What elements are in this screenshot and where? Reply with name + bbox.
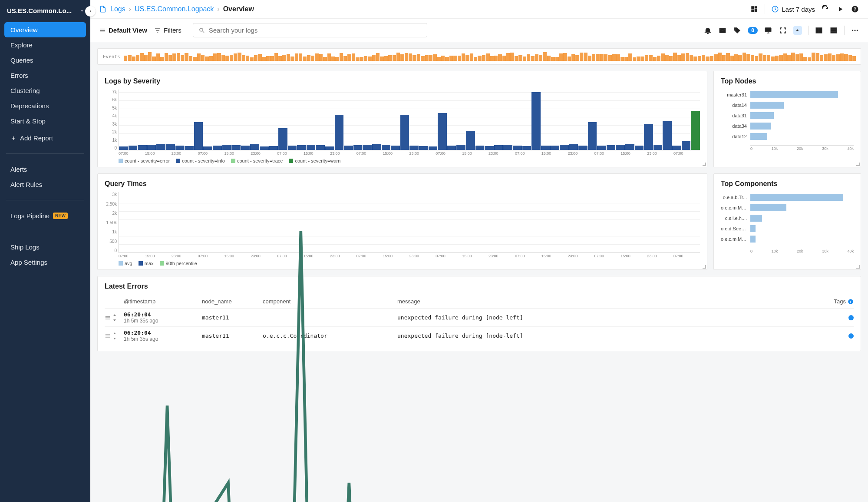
view-selector[interactable]: Default View: [99, 27, 147, 34]
search-icon: [198, 27, 205, 34]
new-badge: NEW: [53, 213, 68, 219]
sidebar-title: US.ES.Common.Lo...: [7, 7, 76, 14]
main-content: Logs › US.ES.Common.Logpack › Overview L…: [90, 0, 868, 502]
hbar-row[interactable]: master31: [721, 91, 854, 98]
mail-button[interactable]: [718, 26, 727, 35]
hbar-row[interactable]: data14: [721, 102, 854, 109]
nav-clustering[interactable]: Clustering: [4, 83, 86, 98]
chart-xaxis: 07:0015:0023:0007:0015:0023:0007:0015:00…: [119, 151, 700, 156]
nav-errors[interactable]: Errors: [4, 68, 86, 83]
clock-icon: [771, 5, 779, 13]
hbar-row[interactable]: data12: [721, 133, 854, 140]
bar-chart-icon: [796, 27, 799, 34]
fullscreen-button[interactable]: [779, 26, 787, 35]
hbar-row[interactable]: c.s.l.e.h....: [721, 215, 854, 222]
nav-ship-logs[interactable]: Ship Logs: [4, 239, 86, 255]
panel-title: Top Components: [721, 180, 854, 188]
nav-alert-rules[interactable]: Alert Rules: [4, 177, 86, 192]
breadcrumb-current: Overview: [223, 5, 254, 13]
nav-add-report[interactable]: Add Report: [4, 130, 86, 146]
play-button[interactable]: [836, 5, 845, 13]
chart-yaxis: 3k2.50k2k1.50k1k5000: [105, 192, 119, 253]
bell-button[interactable]: [703, 26, 712, 35]
legend-item[interactable]: count - severity=warn: [289, 158, 340, 163]
tag-dot[interactable]: [848, 315, 854, 320]
legend-item[interactable]: count - severity=info: [176, 158, 225, 163]
line-series: [119, 192, 700, 502]
dashboard-icon-button[interactable]: [750, 5, 759, 13]
content-area: Events Logs by Severity 7k6k5k4k3k2k1k0 …: [90, 42, 868, 502]
time-range-selector[interactable]: Last 7 days: [771, 5, 815, 13]
expand-icon[interactable]: [112, 332, 117, 339]
resize-handle[interactable]: [856, 265, 860, 269]
resize-handle[interactable]: [856, 163, 860, 166]
sidebar-app-selector[interactable]: US.ES.Common.Lo...: [0, 3, 90, 20]
chart-plot[interactable]: [119, 192, 700, 253]
hbar-row[interactable]: o.e.c.m.Me...: [721, 204, 854, 211]
dashboard-icon: [750, 5, 758, 13]
play-icon: [836, 5, 844, 13]
menu-icon[interactable]: [105, 333, 111, 339]
chart-legend: count - severity=errorcount - severity=i…: [119, 158, 700, 163]
nav-explore[interactable]: Explore: [4, 37, 86, 53]
resize-handle[interactable]: [703, 265, 706, 269]
nav-overview[interactable]: Overview: [4, 22, 86, 37]
hbar-row[interactable]: o.e.a.b.Tr...: [721, 194, 854, 201]
hbar-chart[interactable]: master31data14data31data34data12: [721, 90, 854, 145]
hbar-row[interactable]: o.e.c.m.Me...: [721, 236, 854, 243]
filters-button[interactable]: Filters: [154, 27, 182, 34]
legend-item[interactable]: count - severity=error: [119, 158, 170, 163]
legend-item[interactable]: count - severity=trace: [231, 158, 283, 163]
hbar-chart[interactable]: o.e.a.b.Tr...o.e.c.m.Me...c.s.l.e.h....o…: [721, 192, 854, 248]
menu-icon[interactable]: [105, 315, 111, 321]
tag-button[interactable]: [733, 26, 742, 35]
info-icon[interactable]: i: [848, 299, 854, 305]
refresh-button[interactable]: [821, 5, 830, 13]
resize-handle[interactable]: [703, 163, 706, 166]
sidebar-collapse-button[interactable]: [85, 6, 96, 17]
hbar-row[interactable]: o.e.d.Seed...: [721, 225, 854, 232]
alerts-nav: Alerts Alert Rules: [0, 159, 90, 195]
expand-icon[interactable]: [112, 314, 117, 321]
split-view-button[interactable]: [815, 26, 823, 35]
screen-icon: [764, 27, 772, 34]
panel-title: Top Nodes: [721, 77, 854, 85]
nav-alerts[interactable]: Alerts: [4, 162, 86, 177]
sidebar: US.ES.Common.Lo... Overview Explore Quer…: [0, 0, 90, 502]
breadcrumb: Logs › US.ES.Common.Logpack › Overview: [99, 5, 254, 13]
toolbar: Default View Filters 0: [90, 19, 868, 42]
table-icon: [830, 27, 838, 34]
screen-button[interactable]: [764, 26, 772, 35]
help-icon: ?: [851, 5, 859, 13]
table-view-button[interactable]: [829, 26, 838, 35]
chart-xaxis: 010k20k30k40k: [750, 145, 854, 151]
nav-app-settings[interactable]: App Settings: [4, 255, 86, 270]
fullscreen-icon: [779, 27, 787, 34]
events-strip[interactable]: Events: [97, 48, 861, 65]
panel-top-nodes: Top Nodes master31data14data31data34data…: [713, 71, 861, 167]
search-input[interactable]: [209, 27, 422, 34]
nav-deprecations[interactable]: Deprecations: [4, 98, 86, 113]
search-input-wrapper[interactable]: [193, 23, 427, 37]
svg-text:?: ?: [854, 7, 856, 12]
nav-divider: [6, 153, 84, 154]
more-button[interactable]: [851, 26, 859, 35]
refresh-icon: [822, 5, 829, 13]
hbar-row[interactable]: data31: [721, 112, 854, 119]
panel-title: Logs by Severity: [105, 77, 700, 85]
nav-queries[interactable]: Queries: [4, 53, 86, 68]
chart-plot[interactable]: [119, 90, 700, 150]
chart-yaxis: 7k6k5k4k3k2k1k0: [105, 90, 119, 150]
panel-query-times: Query Times 3k2.50k2k1.50k1k5000 07:0015…: [97, 173, 707, 270]
hbar-row[interactable]: data34: [721, 123, 854, 130]
bottom-nav: Ship Logs App Settings: [0, 237, 90, 273]
nav-logs-pipeline[interactable]: Logs Pipeline NEW: [4, 208, 86, 223]
nav-divider: [6, 200, 84, 200]
chart-mode-button[interactable]: [793, 26, 802, 35]
chevron-left-icon: [88, 9, 92, 13]
breadcrumb-logpack[interactable]: US.ES.Common.Logpack: [135, 5, 214, 13]
breadcrumb-logs[interactable]: Logs: [110, 5, 125, 13]
help-button[interactable]: ?: [851, 5, 859, 13]
tag-dot[interactable]: [848, 333, 854, 339]
nav-start-stop[interactable]: Start & Stop: [4, 113, 86, 129]
